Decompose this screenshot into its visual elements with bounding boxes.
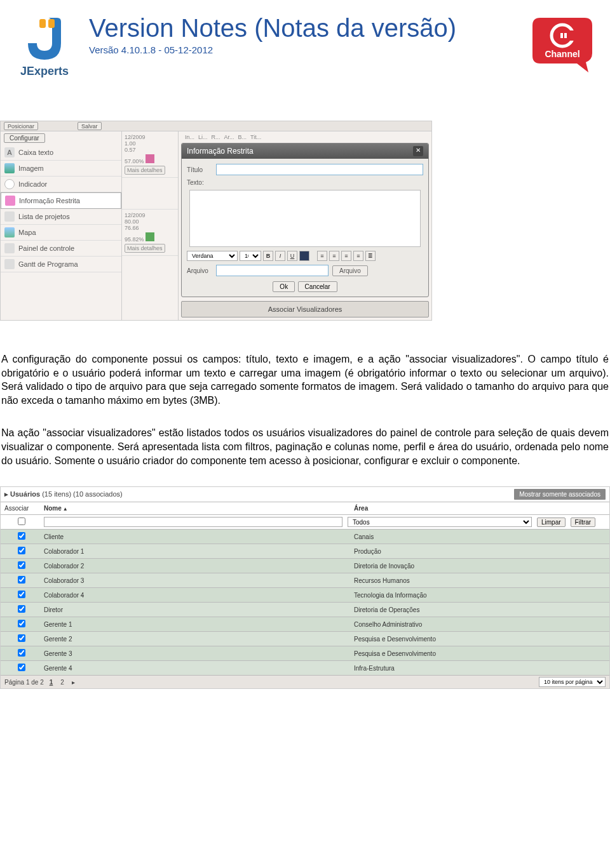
font-select[interactable]: Verdana	[187, 251, 238, 261]
associar-visualizadores-button[interactable]: Associar Visualizadores	[181, 301, 429, 317]
assoc-checkbox[interactable]	[18, 620, 25, 627]
user-area: Infra-Estrutura	[354, 665, 606, 672]
restricted-info-dialog: Informação Restrita ✕ Título Texto: Verd…	[181, 143, 429, 297]
tab[interactable]: In...	[185, 134, 194, 143]
cancelar-button[interactable]: Cancelar	[298, 281, 337, 292]
logo-text: JExperts	[20, 65, 69, 78]
col-header-nome[interactable]: Nome	[44, 505, 62, 512]
posicionar-button[interactable]: Posicionar	[4, 122, 38, 130]
next-page-icon[interactable]: ▸	[70, 679, 77, 686]
titulo-label: Título	[187, 166, 216, 173]
app-screenshot: Posicionar Salvar Configurar ACaixa text…	[0, 121, 432, 321]
assoc-checkbox[interactable]	[18, 634, 25, 642]
align-right-button[interactable]: ≡	[341, 251, 351, 261]
salvar-button[interactable]: Salvar	[78, 122, 102, 130]
all-assoc-checkbox[interactable]	[18, 517, 25, 525]
col-header-associar[interactable]: Associar	[4, 505, 39, 512]
underline-button[interactable]: U	[287, 251, 297, 261]
close-icon[interactable]: ✕	[413, 146, 423, 156]
details-button[interactable]: Mais detalhes	[125, 244, 165, 253]
texto-textarea[interactable]	[189, 190, 421, 247]
table-row: Colaborador 3Recursos Humanos	[1, 573, 609, 588]
page-2-link[interactable]: 2	[58, 679, 66, 686]
italic-button[interactable]: I	[275, 251, 285, 261]
sidebar-item-imagem[interactable]: Imagem	[1, 161, 121, 177]
user-name: Colaborador 4	[44, 592, 349, 599]
col-header-area[interactable]: Área	[354, 505, 606, 512]
svg-rect-3	[570, 30, 576, 41]
user-name: Colaborador 1	[44, 548, 349, 555]
assoc-checkbox[interactable]	[18, 576, 25, 584]
sidebar-item-painel-controle[interactable]: Painel de controle	[1, 241, 121, 257]
assoc-checkbox[interactable]	[18, 605, 25, 613]
svg-rect-5	[564, 33, 567, 38]
table-row: DiretorDiretoria de Operações	[1, 603, 609, 617]
assoc-checkbox[interactable]	[18, 561, 25, 569]
channel-logo: Channel	[527, 13, 597, 76]
assoc-checkbox[interactable]	[18, 547, 25, 554]
table-row: Gerente 4Infra-Estrutura	[1, 661, 609, 676]
sort-asc-icon: ▲	[63, 506, 68, 512]
tab[interactable]: B...	[238, 134, 247, 143]
users-panel: ▸ Usuários (15 itens) (10 associados) Mo…	[0, 486, 610, 689]
sidebar-item-label: Painel de controle	[18, 244, 74, 252]
align-left-button[interactable]: ≡	[317, 251, 327, 261]
page-title: Version Notes (Notas da versão)	[89, 13, 527, 43]
page-header: JExperts Version Notes (Notas da versão)…	[0, 0, 610, 83]
sidebar-item-gantt[interactable]: Gantt de Programa	[1, 257, 121, 272]
assoc-checkbox[interactable]	[18, 649, 25, 657]
tab[interactable]: R...	[212, 134, 220, 143]
user-name: Gerente 4	[44, 665, 349, 672]
arquivo-input[interactable]	[216, 265, 329, 276]
table-row: ClienteCanais	[1, 530, 609, 544]
components-sidebar: Configurar ACaixa texto Imagem Indicador…	[1, 131, 121, 320]
body-paragraph-1: A configuração do componente possui os c…	[0, 352, 610, 407]
titulo-input[interactable]	[216, 164, 423, 175]
user-area: Pesquisa e Desenvolvimento	[354, 650, 606, 657]
arquivo-button[interactable]: Arquivo	[332, 265, 368, 276]
size-select[interactable]: 10	[240, 251, 261, 261]
table-row: Gerente 3Pesquisa e Desenvolvimento	[1, 646, 609, 661]
sidebar-item-informacao-restrita[interactable]: Informação Restrita	[1, 192, 121, 209]
list-button[interactable]: ≣	[365, 251, 376, 261]
align-center-button[interactable]: ≡	[329, 251, 339, 261]
tab[interactable]: Ar...	[224, 134, 234, 143]
user-name: Gerente 2	[44, 636, 349, 643]
sidebar-item-label: Imagem	[18, 164, 44, 172]
page-subtitle: Versão 4.10.1.8 - 05-12-2012	[89, 44, 527, 55]
name-filter-input[interactable]	[44, 517, 342, 527]
color-button[interactable]	[299, 251, 309, 261]
area-filter-select[interactable]: Todos	[348, 517, 532, 527]
sidebar-item-indicador[interactable]: Indicador	[1, 177, 121, 192]
sidebar-item-mapa[interactable]: Mapa	[1, 225, 121, 241]
assoc-checkbox[interactable]	[18, 532, 25, 540]
bold-button[interactable]: B	[263, 251, 273, 261]
assoc-checkbox[interactable]	[18, 591, 25, 598]
details-button[interactable]: Mais detalhes	[125, 166, 165, 175]
ok-button[interactable]: Ok	[273, 281, 295, 292]
assoc-checkbox[interactable]	[18, 664, 25, 671]
sidebar-item-label: Indicador	[18, 180, 47, 188]
tab[interactable]: Tit...	[250, 134, 261, 143]
sidebar-item-lista-projetos[interactable]: Lista de projetos	[1, 209, 121, 225]
users-counts: (15 itens) (10 associados)	[42, 490, 123, 498]
table-row: Gerente 1Conselho Administrativo	[1, 617, 609, 632]
sidebar-item-caixa-texto[interactable]: ACaixa texto	[1, 145, 121, 161]
user-area: Pesquisa e Desenvolvimento	[354, 636, 606, 643]
align-justify-button[interactable]: ≡	[353, 251, 363, 261]
metric-value: 80.00	[125, 218, 175, 225]
jexperts-logo: JExperts	[13, 13, 76, 83]
dialog-tabs: In... Li... R... Ar... B... Tit...	[181, 134, 429, 143]
show-associated-button[interactable]: Mostrar somente associados	[514, 489, 606, 500]
sidebar-item-label: Lista de projetos	[18, 213, 70, 220]
page-1-link[interactable]: 1	[48, 679, 55, 686]
configurar-button[interactable]: Configurar	[4, 133, 45, 143]
filtrar-button[interactable]: Filtrar	[571, 517, 596, 527]
user-name: Colaborador 2	[44, 563, 349, 570]
limpar-button[interactable]: Limpar	[537, 517, 566, 527]
per-page-select[interactable]: 10 itens por página	[539, 677, 606, 687]
texto-label: Texto:	[187, 179, 216, 186]
tab[interactable]: Li...	[198, 134, 208, 143]
table-row: Colaborador 4Tecnologia da Informação	[1, 588, 609, 603]
list-icon	[4, 211, 15, 222]
